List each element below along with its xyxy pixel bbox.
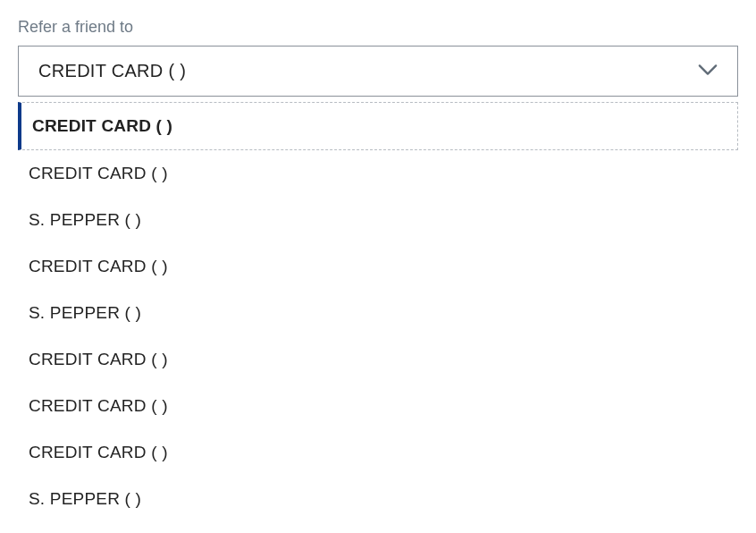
select-value: CREDIT CARD ( ) — [38, 61, 186, 81]
dropdown-option[interactable]: CREDIT CARD ( ) — [18, 243, 738, 290]
dropdown-option[interactable]: CREDIT CARD ( ) — [18, 150, 738, 197]
dropdown-option[interactable]: CREDIT CARD ( ) — [18, 102, 738, 150]
refer-select[interactable]: CREDIT CARD ( ) — [18, 46, 738, 97]
dropdown-option[interactable]: S. PEPPER ( ) — [18, 197, 738, 243]
dropdown-option[interactable]: S. PEPPER ( ) — [18, 476, 738, 522]
dropdown-option[interactable]: CREDIT CARD ( ) — [18, 383, 738, 429]
chevron-down-icon — [698, 63, 718, 80]
dropdown-option[interactable]: CREDIT CARD ( ) — [18, 336, 738, 383]
dropdown-option[interactable]: S. PEPPER ( ) — [18, 290, 738, 336]
dropdown-option[interactable]: CREDIT CARD ( ) — [18, 429, 738, 476]
dropdown-list: CREDIT CARD ( ) CREDIT CARD ( ) S. PEPPE… — [18, 102, 738, 522]
field-label: Refer a friend to — [18, 18, 738, 37]
